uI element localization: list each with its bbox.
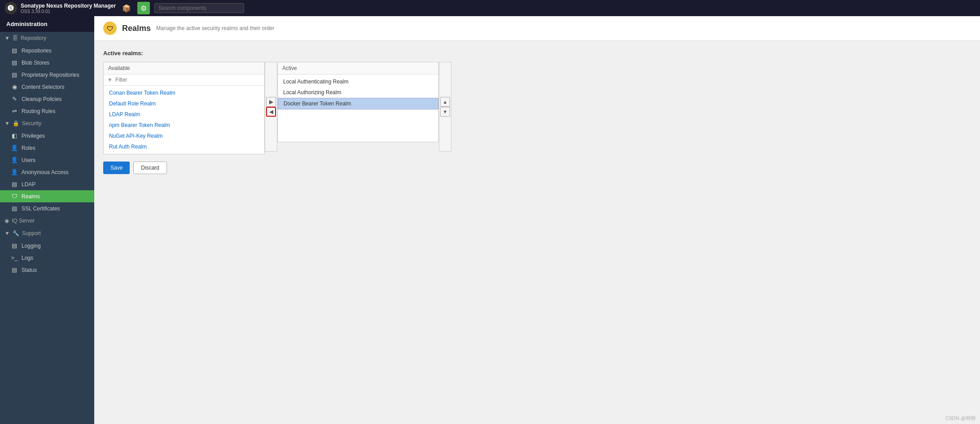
realms-container: Available ▼ Conan Bearer Token RealmDefa… bbox=[103, 62, 971, 154]
content-area: Active realms: Available ▼ Conan Bearer … bbox=[94, 41, 980, 183]
action-buttons: Save Discard bbox=[103, 162, 971, 174]
sidebar-item-users-label: Users bbox=[22, 157, 35, 163]
available-panel: Available ▼ Conan Bearer Token RealmDefa… bbox=[103, 62, 265, 154]
available-label: Available bbox=[104, 62, 264, 74]
sidebar-item-routing-rules-label: Routing Rules bbox=[22, 108, 55, 114]
ssl-certificates-icon: ▤ bbox=[11, 205, 18, 212]
sidebar-item-proprietary-repositories-label: Proprietary Repositories bbox=[22, 72, 79, 78]
sidebar-item-anonymous-access[interactable]: 👤 Anonymous Access bbox=[0, 166, 94, 178]
search-input[interactable] bbox=[154, 3, 244, 13]
repository-icon: 🗄 bbox=[13, 35, 18, 41]
sidebar-group-iq-server[interactable]: ◉ IQ Server bbox=[0, 214, 94, 227]
sidebar-item-ldap-label: LDAP bbox=[22, 181, 35, 188]
sidebar-item-cleanup-policies-label: Cleanup Policies bbox=[22, 96, 61, 102]
active-list-item[interactable]: Local Authorizing Realm bbox=[278, 87, 438, 98]
roles-icon: 👤 bbox=[11, 144, 18, 151]
sidebar-item-logs-label: Logs bbox=[22, 255, 33, 261]
sidebar-item-ldap[interactable]: ▤ LDAP bbox=[0, 178, 94, 190]
users-icon: 👤 bbox=[11, 157, 18, 163]
sidebar-item-status-label: Status bbox=[22, 267, 37, 273]
reorder-buttons-panel: ▲ ▼ bbox=[439, 62, 451, 152]
filter-bar: ▼ bbox=[104, 74, 264, 86]
sidebar-item-realms-label: Realms bbox=[22, 193, 40, 200]
active-list-item[interactable]: Docker Bearer Token Realm bbox=[278, 98, 438, 109]
sidebar: Administration ▼ 🗄 Repository ▤ Reposito… bbox=[0, 16, 94, 424]
available-list-item[interactable]: Conan Bearer Token Realm bbox=[104, 87, 264, 98]
active-label: Active bbox=[278, 62, 438, 74]
logging-icon: ▤ bbox=[11, 242, 18, 249]
brand-logo: 🅢 bbox=[4, 2, 17, 14]
routing-rules-icon: ⇌ bbox=[11, 108, 18, 114]
brand-title: Sonatype Nexus Repository Manager OSS 3.… bbox=[21, 3, 116, 14]
sidebar-group-repository[interactable]: ▼ 🗄 Repository bbox=[0, 32, 94, 44]
chevron-down-support-icon: ▼ bbox=[4, 230, 10, 236]
cleanup-policies-icon: ✎ bbox=[11, 96, 18, 102]
move-to-available-button[interactable]: ◀ bbox=[266, 107, 276, 117]
brand: 🅢 Sonatype Nexus Repository Manager OSS … bbox=[4, 2, 116, 14]
navbar: 🅢 Sonatype Nexus Repository Manager OSS … bbox=[0, 0, 980, 16]
support-group-icon: 🔧 bbox=[13, 230, 19, 236]
move-to-active-button[interactable]: ▶ bbox=[266, 97, 276, 107]
available-list-item[interactable]: LDAP Realm bbox=[104, 109, 264, 120]
discard-button[interactable]: Discard bbox=[133, 162, 167, 174]
status-icon: ▤ bbox=[11, 267, 18, 273]
available-list-item[interactable]: Default Role Realm bbox=[104, 98, 264, 109]
sidebar-group-security[interactable]: ▼ 🔒 Security bbox=[0, 117, 94, 130]
active-list: Local Authenticating RealmLocal Authoriz… bbox=[278, 74, 438, 142]
sidebar-item-status[interactable]: ▤ Status bbox=[0, 264, 94, 276]
ldap-icon: ▤ bbox=[11, 181, 18, 188]
sidebar-item-logging-label: Logging bbox=[22, 243, 41, 249]
filter-input[interactable] bbox=[115, 77, 261, 83]
sidebar-item-blob-stores[interactable]: ▤ Blob Stores bbox=[0, 57, 94, 69]
anonymous-access-icon: 👤 bbox=[11, 169, 18, 175]
realms-icon: 🛡 bbox=[11, 193, 18, 200]
sidebar-item-roles-label: Roles bbox=[22, 145, 35, 151]
iq-server-icon: ◉ bbox=[4, 218, 9, 224]
sidebar-item-repositories-label: Repositories bbox=[22, 48, 52, 54]
sidebar-item-ssl-certificates[interactable]: ▤ SSL Certificates bbox=[0, 202, 94, 214]
available-list-item[interactable]: NuGet API-Key Realm bbox=[104, 131, 264, 141]
sidebar-group-support[interactable]: ▼ 🔧 Support bbox=[0, 227, 94, 240]
reorder-down-button[interactable]: ▼ bbox=[440, 107, 450, 117]
sidebar-item-cleanup-policies[interactable]: ✎ Cleanup Policies bbox=[0, 93, 94, 105]
cube-icon[interactable]: 📦 bbox=[120, 2, 133, 14]
section-label: Active realms: bbox=[103, 50, 971, 57]
security-group-icon: 🔒 bbox=[13, 120, 19, 127]
repositories-icon: ▤ bbox=[11, 47, 18, 54]
available-list: Conan Bearer Token RealmDefault Role Rea… bbox=[104, 86, 264, 154]
page-header-icon: 🛡 bbox=[103, 22, 117, 35]
sidebar-item-proprietary-repositories[interactable]: ▤ Proprietary Repositories bbox=[0, 69, 94, 81]
sidebar-item-roles[interactable]: 👤 Roles bbox=[0, 142, 94, 154]
sidebar-item-content-selectors[interactable]: ◉ Content Selectors bbox=[0, 81, 94, 93]
available-list-item[interactable]: Rut Auth Realm bbox=[104, 141, 264, 152]
reorder-up-button[interactable]: ▲ bbox=[440, 97, 450, 107]
page-subtitle: Manage the active security realms and th… bbox=[156, 25, 274, 31]
privileges-icon: ◧ bbox=[11, 132, 18, 139]
page-header: 🛡 Realms Manage the active security real… bbox=[94, 16, 980, 41]
page-title: Realms bbox=[122, 24, 151, 33]
sidebar-item-users[interactable]: 👤 Users bbox=[0, 154, 94, 166]
sidebar-item-ssl-certificates-label: SSL Certificates bbox=[22, 205, 60, 212]
sidebar-item-privileges[interactable]: ◧ Privileges bbox=[0, 130, 94, 142]
sidebar-item-logs[interactable]: >_ Logs bbox=[0, 252, 94, 264]
gear-icon[interactable]: ⚙ bbox=[137, 2, 150, 14]
sidebar-group-security-label: Security bbox=[22, 120, 41, 127]
content-selectors-icon: ◉ bbox=[11, 83, 18, 90]
sidebar-group-iq-server-label: IQ Server bbox=[12, 218, 35, 224]
sidebar-item-logging[interactable]: ▤ Logging bbox=[0, 240, 94, 252]
sidebar-item-content-selectors-label: Content Selectors bbox=[22, 84, 64, 90]
sidebar-group-repository-label: Repository bbox=[21, 35, 46, 41]
proprietary-repositories-icon: ▤ bbox=[11, 71, 18, 78]
active-list-item[interactable]: Local Authenticating Realm bbox=[278, 76, 438, 87]
sidebar-item-routing-rules[interactable]: ⇌ Routing Rules bbox=[0, 105, 94, 117]
chevron-down-security-icon: ▼ bbox=[4, 120, 10, 127]
sidebar-item-blob-stores-label: Blob Stores bbox=[22, 60, 49, 66]
sidebar-header: Administration bbox=[0, 16, 94, 32]
save-button[interactable]: Save bbox=[103, 162, 130, 174]
sidebar-item-realms[interactable]: 🛡 Realms bbox=[0, 190, 94, 202]
available-list-item[interactable]: npm Bearer Token Realm bbox=[104, 120, 264, 131]
layout: Administration ▼ 🗄 Repository ▤ Reposito… bbox=[0, 16, 980, 424]
chevron-down-icon: ▼ bbox=[4, 35, 10, 41]
sidebar-item-repositories[interactable]: ▤ Repositories bbox=[0, 44, 94, 57]
sidebar-item-anonymous-access-label: Anonymous Access bbox=[22, 169, 69, 175]
